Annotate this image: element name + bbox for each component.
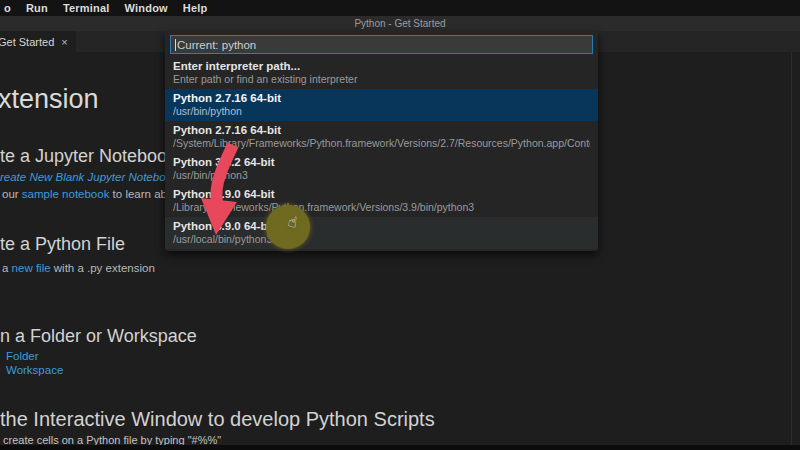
section-title-python-file: te a Python File [0,234,125,255]
menu-bar: o Run Terminal Window Help [0,0,800,16]
window-title: Python - Get Started [354,18,445,29]
cursor-highlight: ☝ [266,205,310,249]
python-file-line-rest: with a .py extension [51,262,155,274]
python-file-line: a new file with a .py extension [2,262,155,274]
section-title-jupyter-notebook: te a Jupyter Notebook [0,146,176,167]
title-bar: Python - Get Started [0,16,800,31]
bottom-letterbox [0,445,800,450]
jupyter-line-2-pre: our [2,188,22,200]
link-sample-notebook[interactable]: sample notebook [22,188,110,200]
interpreter-input-value: Current: python [177,39,256,51]
tab-label: Get Started [0,36,54,48]
link-new-file[interactable]: new file [12,262,51,274]
interpreter-search-input[interactable]: Current: python [170,35,593,54]
vscode-window: o Run Terminal Window Help Python - Get … [0,0,800,450]
section-title-interactive-window: the Interactive Window to develop Python… [0,408,435,431]
quickpick-item-detail: /usr/bin/python [173,105,590,118]
hand-pointer-icon: ☝ [286,212,299,232]
link-open-workspace[interactable]: Workspace [6,364,63,376]
text-caret [175,39,176,51]
menu-item-help[interactable]: Help [183,2,208,14]
menu-item-run[interactable]: Run [26,2,48,14]
quickpick-item-label: Enter interpreter path... [173,59,590,73]
quickpick-item-python-2716-usr-bin[interactable]: Python 2.7.16 64-bit /usr/bin/python [165,89,598,121]
menu-item-window[interactable]: Window [125,2,168,14]
menu-item-terminal[interactable]: Terminal [63,2,110,14]
page-title: xtension [0,84,99,115]
quickpick-item-label: Python 2.7.16 64-bit [173,91,590,105]
tab-close-icon[interactable]: × [61,36,67,48]
link-open-folder[interactable]: Folder [6,350,39,362]
tab-get-started[interactable]: Get Started × [0,31,76,52]
menu-item-go[interactable]: o [4,2,11,14]
section-title-folder-workspace: n a Folder or Workspace [0,326,197,347]
link-create-new-blank-jupyter-notebook[interactable]: reate New Blank Jupyter Notebook [0,171,178,183]
editor-right-edge [791,31,792,445]
quickpick-item-enter-interpreter-path[interactable]: Enter interpreter path... Enter path or … [165,57,598,89]
python-file-line-pre: a [2,262,12,274]
quickpick-item-detail: Enter path or find an existing interpret… [173,73,590,86]
quickpick-item-label: Python 2.7.16 64-bit [173,123,590,137]
red-arrow-annotation [192,142,248,238]
